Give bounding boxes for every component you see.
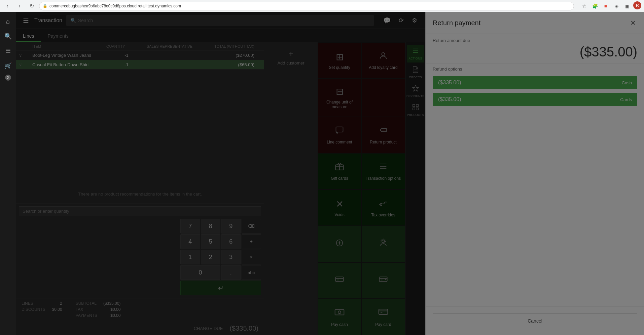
back-button[interactable]: ‹ [3,1,12,11]
browser-chrome: ‹ › ↻ 🔒 commercebugbashea9b6abc78e0c9d8p… [0,0,644,12]
address-bar[interactable]: 🔒 commercebugbashea9b6abc78e0c9d8pos.clo… [39,2,574,10]
star-icon[interactable]: ☆ [579,1,589,11]
edge-icon[interactable]: ◈ [612,1,621,11]
sidebar-cart[interactable]: 🛒 [1,59,15,73]
profile-avatar[interactable]: R [633,1,641,9]
screenshot-icon[interactable]: ▣ [622,1,632,11]
overlay [0,12,644,335]
url-text: commercebugbashea9b6abc78e0c9d8pos.cloud… [49,4,181,8]
sidebar: ⌂ 🔍 ☰ 🛒 2 [0,12,16,335]
browser-actions: ☆ 🧩 ■ ◈ ▣ R [579,1,641,11]
lock-icon: 🔒 [43,4,47,8]
ms-icon[interactable]: ■ [601,1,610,11]
app-container: ⌂ 🔍 ☰ 🛒 2 ☰ Transaction 🔍 💬 ⟳ ⚙ Lines Pa… [0,12,644,335]
sidebar-home[interactable]: ⌂ [1,15,15,28]
extensions-icon[interactable]: 🧩 [590,1,600,11]
refresh-button[interactable]: ↻ [27,1,36,11]
sidebar-menu[interactable]: ☰ [1,44,15,58]
sidebar-badge: 2 [5,75,11,81]
sidebar-search[interactable]: 🔍 [1,30,15,43]
forward-button[interactable]: › [15,1,24,11]
